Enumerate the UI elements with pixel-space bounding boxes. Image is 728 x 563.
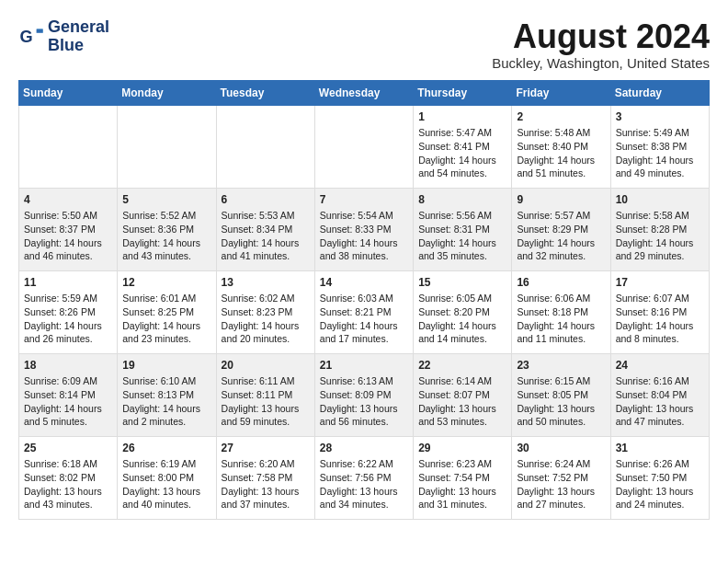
- day-info: Sunset: 8:04 PM: [616, 388, 704, 402]
- day-number: 9: [517, 192, 605, 208]
- day-cell-24: 24Sunrise: 6:16 AMSunset: 8:04 PMDayligh…: [610, 353, 709, 436]
- day-number: 13: [222, 275, 310, 291]
- day-cell-13: 13Sunrise: 6:02 AMSunset: 8:23 PMDayligh…: [216, 270, 314, 353]
- day-info: and 53 minutes.: [418, 415, 506, 429]
- day-info: and 34 minutes.: [320, 498, 408, 511]
- day-info: Sunset: 8:09 PM: [320, 388, 408, 402]
- day-info: Daylight: 14 hours: [24, 402, 112, 416]
- day-info: Daylight: 13 hours: [418, 402, 506, 416]
- day-info: Sunset: 8:40 PM: [517, 140, 605, 154]
- day-info: Daylight: 13 hours: [222, 402, 310, 416]
- day-info: Daylight: 14 hours: [122, 236, 210, 250]
- day-cell-16: 16Sunrise: 6:06 AMSunset: 8:18 PMDayligh…: [512, 270, 610, 353]
- main-title: August 2024: [492, 18, 710, 55]
- day-info: Daylight: 13 hours: [517, 402, 605, 416]
- day-info: and 50 minutes.: [517, 415, 605, 429]
- day-info: Sunrise: 6:18 AM: [24, 457, 112, 471]
- day-info: Daylight: 14 hours: [122, 402, 210, 416]
- title-section: August 2024 Buckley, Washington, United …: [492, 18, 710, 71]
- day-info: Sunrise: 6:06 AM: [517, 292, 605, 305]
- day-number: 8: [418, 192, 506, 208]
- day-info: and 31 minutes.: [418, 498, 506, 511]
- day-info: Sunset: 8:23 PM: [222, 305, 310, 319]
- day-cell-30: 30Sunrise: 6:24 AMSunset: 7:52 PMDayligh…: [512, 436, 610, 519]
- week-row-3: 11Sunrise: 5:59 AMSunset: 8:26 PMDayligh…: [19, 270, 710, 353]
- day-info: Daylight: 13 hours: [122, 485, 210, 499]
- page-header: G General Blue August 2024 Buckley, Wash…: [18, 18, 710, 71]
- day-info: Sunrise: 5:47 AM: [418, 126, 506, 140]
- day-info: Sunset: 8:28 PM: [616, 223, 704, 236]
- day-info: Daylight: 14 hours: [320, 319, 408, 333]
- day-info: Sunrise: 5:56 AM: [418, 209, 506, 223]
- header-friday: Friday: [512, 80, 610, 105]
- day-info: Sunrise: 5:50 AM: [24, 209, 112, 223]
- header-saturday: Saturday: [610, 80, 709, 105]
- day-info: Daylight: 14 hours: [616, 236, 704, 250]
- day-info: and 46 minutes.: [24, 249, 112, 263]
- day-info: Daylight: 14 hours: [517, 154, 605, 167]
- day-info: Sunrise: 6:09 AM: [24, 374, 112, 388]
- day-number: 3: [616, 109, 704, 125]
- day-info: Sunset: 8:05 PM: [517, 388, 605, 402]
- day-info: Sunset: 8:21 PM: [320, 305, 408, 319]
- day-cell-7: 7Sunrise: 5:54 AMSunset: 8:33 PMDaylight…: [314, 188, 413, 270]
- day-info: Sunset: 8:18 PM: [517, 305, 605, 319]
- day-info: Sunrise: 5:53 AM: [222, 209, 310, 223]
- day-info: Daylight: 14 hours: [320, 236, 408, 250]
- day-info: and 43 minutes.: [122, 249, 210, 263]
- day-info: and 17 minutes.: [320, 332, 408, 346]
- header-sunday: Sunday: [19, 80, 118, 105]
- day-number: 31: [616, 441, 704, 456]
- header-thursday: Thursday: [414, 80, 512, 105]
- day-number: 6: [222, 192, 310, 208]
- day-info: Sunrise: 6:02 AM: [222, 292, 310, 305]
- day-info: Daylight: 14 hours: [517, 319, 605, 333]
- day-cell-12: 12Sunrise: 6:01 AMSunset: 8:25 PMDayligh…: [118, 270, 216, 353]
- day-number: 20: [222, 358, 310, 373]
- day-cell-22: 22Sunrise: 6:14 AMSunset: 8:07 PMDayligh…: [414, 353, 512, 436]
- day-number: 19: [122, 358, 210, 373]
- day-info: and 24 minutes.: [616, 498, 704, 511]
- day-info: Daylight: 13 hours: [517, 485, 605, 499]
- day-info: Sunrise: 5:52 AM: [122, 209, 210, 223]
- logo-line2: Blue: [48, 37, 109, 55]
- day-info: and 40 minutes.: [122, 498, 210, 511]
- day-info: and 51 minutes.: [517, 167, 605, 180]
- day-cell-14: 14Sunrise: 6:03 AMSunset: 8:21 PMDayligh…: [314, 270, 413, 353]
- day-cell-11: 11Sunrise: 5:59 AMSunset: 8:26 PMDayligh…: [19, 270, 118, 353]
- svg-marker-2: [37, 29, 43, 32]
- day-cell-26: 26Sunrise: 6:19 AMSunset: 8:00 PMDayligh…: [118, 436, 216, 519]
- day-info: Sunset: 7:56 PM: [320, 471, 408, 485]
- day-info: Sunset: 8:07 PM: [418, 388, 506, 402]
- day-info: and 56 minutes.: [320, 415, 408, 429]
- day-cell-27: 27Sunrise: 6:20 AMSunset: 7:58 PMDayligh…: [216, 436, 314, 519]
- day-info: Daylight: 14 hours: [418, 154, 506, 167]
- day-cell-18: 18Sunrise: 6:09 AMSunset: 8:14 PMDayligh…: [19, 353, 118, 436]
- day-info: Sunset: 8:14 PM: [24, 388, 112, 402]
- week-row-1: 1Sunrise: 5:47 AMSunset: 8:41 PMDaylight…: [19, 105, 710, 188]
- day-info: and 49 minutes.: [616, 167, 704, 180]
- logo: G General Blue: [18, 18, 109, 55]
- day-cell-2: 2Sunrise: 5:48 AMSunset: 8:40 PMDaylight…: [512, 105, 610, 188]
- day-info: Daylight: 14 hours: [24, 319, 112, 333]
- empty-cell: [314, 105, 413, 188]
- day-info: Daylight: 14 hours: [517, 236, 605, 250]
- day-info: and 27 minutes.: [517, 498, 605, 511]
- day-number: 22: [418, 358, 506, 373]
- day-number: 17: [616, 275, 704, 291]
- day-info: Sunrise: 5:59 AM: [24, 292, 112, 305]
- day-info: and 41 minutes.: [222, 249, 310, 263]
- day-info: Sunset: 8:33 PM: [320, 223, 408, 236]
- day-info: and 59 minutes.: [222, 415, 310, 429]
- day-info: Sunrise: 6:14 AM: [418, 374, 506, 388]
- day-info: Sunset: 8:34 PM: [222, 223, 310, 236]
- calendar-header-row: SundayMondayTuesdayWednesdayThursdayFrid…: [19, 80, 710, 105]
- day-cell-10: 10Sunrise: 5:58 AMSunset: 8:28 PMDayligh…: [610, 188, 709, 270]
- day-info: Daylight: 13 hours: [222, 485, 310, 499]
- empty-cell: [118, 105, 216, 188]
- day-number: 27: [222, 441, 310, 456]
- day-info: and 8 minutes.: [616, 332, 704, 346]
- day-info: Sunset: 7:58 PM: [222, 471, 310, 485]
- day-info: Daylight: 14 hours: [222, 319, 310, 333]
- day-number: 30: [517, 441, 605, 456]
